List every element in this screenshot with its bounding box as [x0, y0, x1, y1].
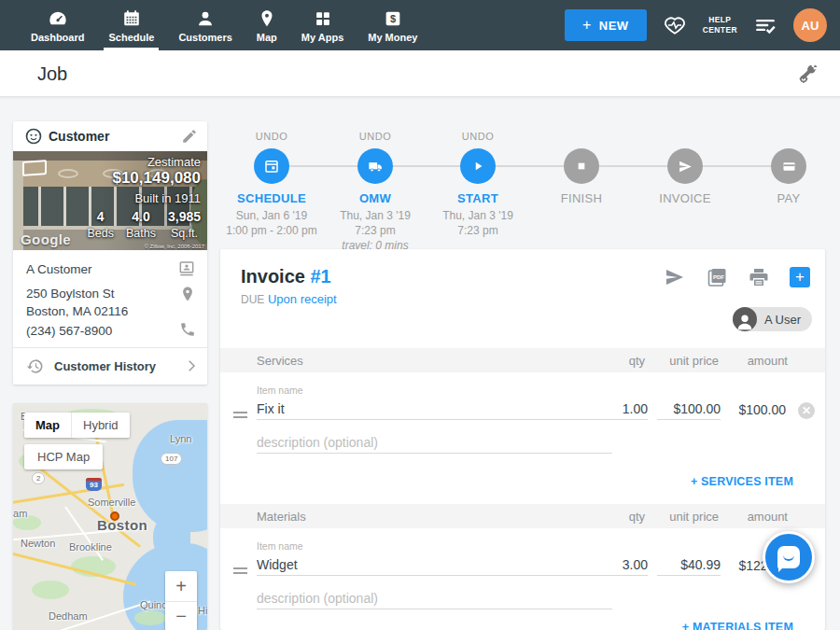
calendar-icon	[263, 158, 280, 175]
map-label-lynn: Lynn	[170, 433, 191, 444]
pdf-icon[interactable]: PDF	[706, 266, 728, 288]
zoom-out-button[interactable]: −	[165, 601, 197, 630]
add-materials-item-link[interactable]: + MATERIALS ITEM	[682, 621, 793, 630]
drag-handle-icon[interactable]	[233, 412, 247, 421]
edit-pencil-icon[interactable]	[181, 128, 198, 145]
baths-label: Baths	[126, 227, 156, 240]
nav-items: Dashboard Schedule Customers Map My Apps…	[0, 0, 429, 50]
map-label-newton: Newton	[21, 538, 55, 549]
job-tools-icon[interactable]	[797, 63, 819, 85]
nav-item-label: My Money	[368, 32, 417, 43]
material-item-name-input[interactable]	[257, 554, 612, 576]
amount-column-header: amount	[713, 354, 788, 368]
map-label-ham: ham	[13, 508, 27, 519]
phone-icon[interactable]	[179, 321, 196, 338]
truck-icon	[367, 158, 385, 175]
help-center-button[interactable]: HELP CENTER	[703, 15, 737, 35]
nav-item-my-money[interactable]: $ My Money	[356, 0, 429, 50]
undo-start-button[interactable]: UNDO	[422, 131, 534, 142]
nav-item-schedule[interactable]: Schedule	[96, 0, 166, 50]
customer-history-label: Customer History	[54, 359, 156, 373]
zestimate-value: $10,149,080	[112, 169, 201, 188]
item-name-label: Item name	[257, 385, 303, 396]
nav-item-map[interactable]: Map	[245, 0, 289, 50]
new-button[interactable]: + NEW	[565, 9, 647, 41]
nav-item-my-apps[interactable]: My Apps	[289, 0, 356, 50]
due-value-link[interactable]: Upon receipt	[268, 292, 337, 306]
assignee-chip[interactable]: A User	[733, 307, 812, 331]
pay-step-button[interactable]	[771, 148, 806, 184]
map-type-toggle: Map Hybrid	[24, 413, 130, 438]
qty-column-header: qty	[580, 354, 645, 368]
add-invoice-button[interactable]: +	[790, 267, 810, 287]
top-nav: Dashboard Schedule Customers Map My Apps…	[0, 0, 840, 50]
map-zoom-control: + −	[165, 571, 197, 630]
undo-schedule-button[interactable]: UNDO	[216, 131, 328, 142]
new-button-label: NEW	[599, 19, 629, 33]
customer-address: 250 Boylston St Boston, MA 02116	[26, 285, 128, 320]
customer-phone: (234) 567-8900	[26, 324, 112, 338]
heart-pulse-icon[interactable]	[663, 13, 687, 37]
assignee-name: A User	[764, 313, 801, 327]
invoice-step-button[interactable]	[667, 148, 703, 184]
invoice-step-label: INVOICE	[629, 191, 741, 205]
finish-step-label: FINISH	[525, 191, 637, 205]
material-item-qty-input[interactable]	[584, 554, 648, 576]
street-view-photo[interactable]: Zestimate $10,149,080 Built in 1911 4 4.…	[13, 151, 207, 250]
chat-widget-button[interactable]	[763, 531, 815, 583]
undo-omw-button[interactable]: UNDO	[319, 131, 431, 142]
remove-service-item-button[interactable]: ✕	[798, 402, 815, 419]
street-view-frame-icon	[22, 160, 47, 176]
due-label: DUE	[241, 293, 264, 306]
add-services-item-link[interactable]: + SERVICES ITEM	[691, 475, 793, 488]
map-panel[interactable]: Burlington Lynn 107 2 93 Somerville ham …	[13, 403, 207, 630]
invoice-title: Invoice #1	[241, 266, 331, 287]
start-date: Thu, Jan 3 '19	[413, 208, 543, 223]
customer-face-icon	[24, 127, 43, 146]
map-label-boston: Boston	[97, 517, 147, 533]
task-list-icon[interactable]	[753, 13, 777, 37]
credit-card-icon	[781, 159, 797, 175]
customer-history-row[interactable]: Customer History	[13, 347, 207, 385]
nav-item-customers[interactable]: Customers	[166, 0, 244, 50]
user-avatar[interactable]: AU	[793, 8, 827, 42]
amount-column-header: amount	[713, 510, 788, 524]
location-pin-icon[interactable]	[179, 286, 196, 302]
baths-value: 4.0	[132, 209, 149, 224]
send-invoice-icon[interactable]	[664, 266, 686, 288]
page-header: Job	[0, 50, 840, 97]
service-item-name-input[interactable]	[257, 399, 612, 420]
map-type-map-button[interactable]: Map	[24, 413, 71, 438]
material-item-row: Item name $122.97	[220, 534, 825, 625]
sqft-label: Sq.ft.	[171, 227, 198, 240]
google-watermark: Google	[21, 231, 71, 247]
omw-step-button[interactable]	[357, 148, 393, 184]
materials-section-title: Materials	[257, 510, 306, 524]
contact-card-icon[interactable]	[177, 259, 196, 278]
map-type-hybrid-button[interactable]: Hybrid	[71, 413, 130, 438]
money-icon: $	[383, 8, 403, 29]
nav-item-label: My Apps	[301, 32, 343, 43]
assignee-avatar-icon	[733, 307, 757, 331]
schedule-step-button[interactable]	[254, 148, 289, 184]
service-item-description-input[interactable]	[257, 432, 612, 454]
route-badge-2: 2	[32, 472, 45, 484]
zoom-in-button[interactable]: +	[165, 571, 197, 601]
material-item-description-input[interactable]	[257, 588, 612, 609]
service-item-qty-input[interactable]	[584, 399, 648, 420]
map-pin-icon	[257, 8, 277, 29]
nav-item-dashboard[interactable]: Dashboard	[19, 0, 96, 50]
built-year: Built in 1911	[134, 191, 201, 205]
drag-handle-icon[interactable]	[233, 567, 247, 577]
property-stats: 4 4.0 3,985 Beds Baths Sq.ft.	[87, 209, 201, 240]
map-label-dedham: Dedham	[49, 610, 88, 622]
hcp-map-button[interactable]: HCP Map	[24, 444, 103, 469]
timeline-connector	[272, 165, 789, 167]
photo-copyright: © Zillow, Inc. 2006-2017	[145, 244, 204, 249]
item-name-label: Item name	[257, 540, 303, 552]
finish-step-button[interactable]	[564, 148, 599, 184]
route-badge-107: 107	[161, 453, 182, 465]
start-step-button[interactable]	[460, 148, 496, 184]
customer-name: A Customer	[26, 262, 92, 276]
print-icon[interactable]	[748, 266, 770, 288]
